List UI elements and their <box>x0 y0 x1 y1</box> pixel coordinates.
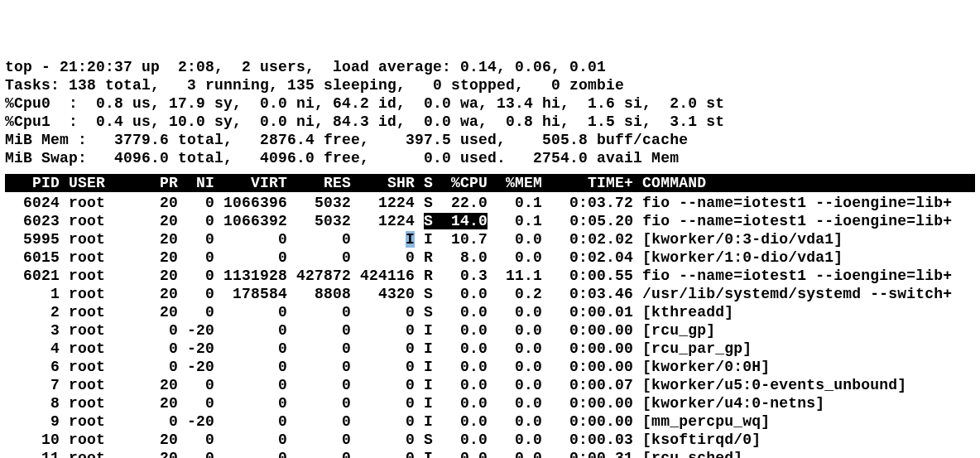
highlighted-cell: S 14.0 <box>424 213 488 229</box>
process-row[interactable]: 6015 root 20 0 0 0 0 R 8.0 0.0 0:02.04 [… <box>5 249 843 266</box>
process-row[interactable]: 1 root 20 0 178584 8808 4320 S 0.0 0.2 0… <box>5 286 952 302</box>
summary-line-cpu1: %Cpu1 : 0.4 us, 10.0 sy, 0.0 ni, 84.3 id… <box>5 113 724 130</box>
process-row[interactable]: 6023 root 20 0 1066392 5032 1224 S 14.0 … <box>5 213 952 229</box>
process-row[interactable]: 6024 root 20 0 1066396 5032 1224 S 22.0 … <box>5 195 952 211</box>
process-row[interactable]: 11 root 20 0 0 0 0 I 0.0 0.0 0:00.31 [rc… <box>5 450 742 458</box>
process-row[interactable]: 2 root 20 0 0 0 0 S 0.0 0.0 0:00.01 [kth… <box>5 304 733 321</box>
summary-line-uptime: top - 21:20:37 up 2:08, 2 users, load av… <box>5 59 606 75</box>
summary-line-cpu0: %Cpu0 : 0.8 us, 17.9 sy, 0.0 ni, 64.2 id… <box>5 95 724 112</box>
process-row[interactable]: 9 root 0 -20 0 0 0 I 0.0 0.0 0:00.00 [mm… <box>5 413 770 430</box>
column-header[interactable]: PID USER PR NI VIRT RES SHR S %CPU %MEM … <box>5 174 975 192</box>
process-row[interactable]: 10 root 20 0 0 0 0 S 0.0 0.0 0:00.03 [ks… <box>5 431 761 448</box>
process-row[interactable]: 8 root 20 0 0 0 0 I 0.0 0.0 0:00.00 [kwo… <box>5 395 824 412</box>
summary-line-tasks: Tasks: 138 total, 3 running, 135 sleepin… <box>5 77 624 94</box>
process-row[interactable]: 3 root 0 -20 0 0 0 I 0.0 0.0 0:00.00 [rc… <box>5 322 715 339</box>
process-row[interactable]: 6 root 0 -20 0 0 0 I 0.0 0.0 0:00.00 [kw… <box>5 359 770 375</box>
summary-line-swap: MiB Swap: 4096.0 total, 4096.0 free, 0.0… <box>5 150 679 166</box>
cursor-icon: I <box>406 231 415 248</box>
process-row[interactable]: 6021 root 20 0 1131928 427872 424116 R 0… <box>5 268 952 284</box>
process-row[interactable]: 5995 root 20 0 0 0 I I 10.7 0.0 0:02.02 … <box>5 231 843 248</box>
top-output[interactable]: top - 21:20:37 up 2:08, 2 users, load av… <box>5 58 975 458</box>
process-list[interactable]: 6024 root 20 0 1066396 5032 1224 S 22.0 … <box>5 194 975 458</box>
process-row[interactable]: 4 root 0 -20 0 0 0 I 0.0 0.0 0:00.00 [rc… <box>5 340 752 357</box>
process-row[interactable]: 7 root 20 0 0 0 0 I 0.0 0.0 0:00.07 [kwo… <box>5 377 906 393</box>
summary-line-mem: MiB Mem : 3779.6 total, 2876.4 free, 397… <box>5 132 688 148</box>
